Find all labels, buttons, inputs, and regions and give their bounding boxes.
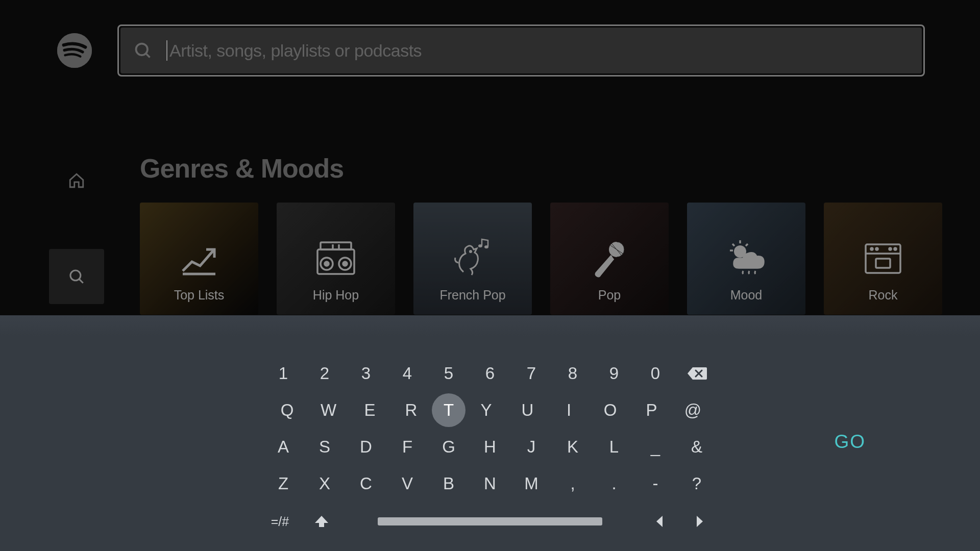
key-space[interactable] [378, 517, 602, 525]
svg-point-3 [70, 270, 81, 281]
key-w[interactable]: W [308, 394, 349, 427]
genre-label: Rock [824, 288, 942, 303]
genre-card-pop[interactable]: Pop [550, 203, 669, 315]
key-7[interactable]: 7 [511, 357, 552, 390]
app-root: Artist, songs, playlists or podcasts [0, 0, 980, 551]
svg-point-1 [136, 44, 148, 56]
genre-card-rock[interactable]: Rock [824, 203, 942, 315]
key-o[interactable]: O [590, 394, 631, 427]
search-placeholder: Artist, songs, playlists or podcasts [166, 40, 422, 61]
key-symbols[interactable]: =/# [259, 514, 301, 529]
svg-point-32 [889, 248, 891, 250]
svg-rect-9 [317, 249, 354, 274]
key-6[interactable]: 6 [470, 357, 511, 390]
key-arrow-left[interactable] [638, 515, 679, 528]
key-d[interactable]: D [346, 431, 387, 463]
key-p[interactable]: P [631, 394, 672, 427]
key-h[interactable]: H [470, 431, 511, 463]
key-r[interactable]: R [390, 394, 432, 427]
key-b[interactable]: B [428, 467, 470, 500]
genre-label: Mood [687, 288, 805, 303]
svg-line-27 [746, 244, 748, 246]
genres-row: Top Lists Hip Hop [140, 203, 980, 315]
key-go[interactable]: GO [834, 431, 866, 453]
genre-card-french-pop[interactable]: French Pop [413, 203, 532, 315]
arrow-right-icon [696, 515, 705, 528]
amp-icon [862, 238, 904, 280]
key-u[interactable]: U [507, 394, 548, 427]
genre-label: Top Lists [140, 288, 258, 303]
svg-rect-34 [876, 259, 890, 268]
rooster-music-icon [448, 238, 497, 280]
kb-row-2: Q W E R T Y U I O P @ [0, 392, 980, 429]
svg-line-2 [146, 54, 150, 58]
key-backspace[interactable] [676, 357, 718, 390]
svg-rect-10 [321, 242, 351, 249]
boombox-icon [313, 238, 358, 280]
nav-home[interactable] [49, 153, 104, 208]
key-q[interactable]: Q [266, 394, 308, 427]
key-y[interactable]: Y [465, 394, 507, 427]
key-x[interactable]: X [304, 467, 346, 500]
key-underscore[interactable]: _ [635, 431, 676, 463]
key-j[interactable]: J [511, 431, 552, 463]
key-4[interactable]: 4 [387, 357, 428, 390]
key-a[interactable]: A [263, 431, 304, 463]
key-m[interactable]: M [511, 467, 552, 500]
onscreen-keyboard: 1 2 3 4 5 6 7 8 9 0 Q [0, 315, 980, 551]
svg-point-19 [484, 245, 488, 248]
key-arrow-right[interactable] [679, 515, 721, 528]
key-0[interactable]: 0 [635, 357, 676, 390]
microphone-icon [589, 238, 630, 280]
kb-row-3: A S D F G H J K L _ & [0, 429, 980, 465]
key-v[interactable]: V [387, 467, 428, 500]
section-title: Genres & Moods [140, 153, 344, 184]
arrow-left-icon [654, 515, 664, 528]
svg-point-18 [478, 244, 482, 247]
key-dash[interactable]: - [635, 467, 676, 500]
genre-card-top-lists[interactable]: Top Lists [140, 203, 258, 315]
key-n[interactable]: N [470, 467, 511, 500]
search-field-wrap[interactable]: Artist, songs, playlists or podcasts [117, 24, 925, 77]
key-i[interactable]: I [548, 394, 590, 427]
key-t[interactable]: T [432, 393, 465, 427]
key-e[interactable]: E [349, 394, 390, 427]
key-8[interactable]: 8 [552, 357, 594, 390]
nav-search[interactable] [49, 249, 104, 304]
genre-label: Pop [550, 288, 669, 303]
key-comma[interactable]: , [552, 467, 594, 500]
home-icon [68, 172, 85, 189]
svg-point-14 [343, 262, 347, 266]
key-f[interactable]: F [387, 431, 428, 463]
svg-point-13 [325, 262, 329, 266]
key-question[interactable]: ? [676, 467, 718, 500]
genre-label: French Pop [413, 288, 532, 303]
key-l[interactable]: L [594, 431, 635, 463]
genre-card-mood[interactable]: Mood [687, 203, 805, 315]
key-1[interactable]: 1 [263, 357, 304, 390]
key-k[interactable]: K [552, 431, 594, 463]
svg-line-26 [732, 244, 734, 246]
key-at[interactable]: @ [672, 394, 714, 427]
key-2[interactable]: 2 [304, 357, 346, 390]
key-3[interactable]: 3 [346, 357, 387, 390]
kb-row-1: 1 2 3 4 5 6 7 8 9 0 [0, 355, 980, 392]
key-period[interactable]: . [594, 467, 635, 500]
backspace-icon [687, 366, 707, 381]
search-field[interactable]: Artist, songs, playlists or podcasts [120, 28, 922, 73]
spotify-logo[interactable] [57, 33, 92, 68]
key-ampersand[interactable]: & [676, 431, 718, 463]
key-9[interactable]: 9 [594, 357, 635, 390]
svg-line-4 [79, 279, 83, 283]
search-icon [134, 41, 152, 60]
kb-row-4: Z X C V B N M , . - ? [0, 465, 980, 502]
key-s[interactable]: S [304, 431, 346, 463]
key-c[interactable]: C [346, 467, 387, 500]
genre-card-hip-hop[interactable]: Hip Hop [277, 203, 395, 315]
key-z[interactable]: Z [263, 467, 304, 500]
header: Artist, songs, playlists or podcasts [57, 24, 925, 77]
weather-icon [723, 238, 770, 280]
key-g[interactable]: G [428, 431, 470, 463]
key-5[interactable]: 5 [428, 357, 470, 390]
key-shift[interactable] [301, 515, 342, 528]
